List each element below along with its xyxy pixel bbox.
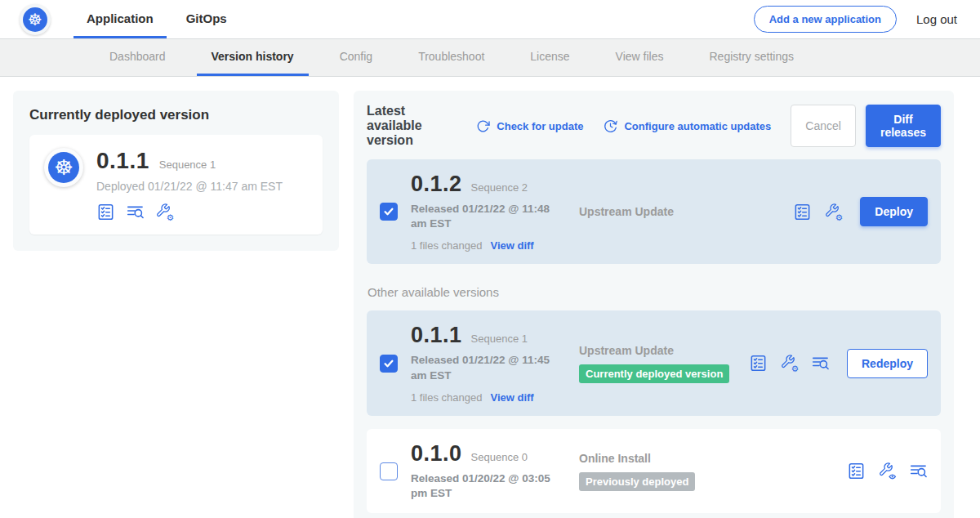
preflight-checks-icon[interactable] [847, 462, 866, 480]
app-subnav: Dashboard Version history Config Trouble… [0, 39, 980, 77]
edit-config-icon[interactable]: ⚙ [780, 354, 799, 373]
currently-deployed-card: ☸ 0.1.1 Sequence 1 Deployed 01/21/22 @ 1… [29, 135, 323, 234]
version-history-panel: Latest available version Check for updat… [354, 91, 954, 518]
sequence-label: Sequence 0 [471, 451, 528, 463]
check-for-update-link[interactable]: Check for update [475, 118, 583, 134]
files-changed-label: 1 files changed [411, 391, 482, 404]
check-for-update-label: Check for update [497, 120, 583, 132]
tab-view-files[interactable]: View files [601, 39, 679, 76]
schedule-update-icon [603, 118, 618, 134]
svg-text:⚙: ⚙ [835, 212, 843, 221]
refresh-icon [475, 118, 491, 134]
version-row-0-1-0: 0.1.0 Sequence 0 Released 01/20/22 @ 03:… [367, 429, 941, 513]
released-timestamp: Released 01/20/22 @ 03:05 pm EST [411, 471, 568, 501]
deployed-sequence-label: Sequence 1 [159, 159, 216, 171]
version-checkbox[interactable] [380, 462, 398, 480]
tab-troubleshoot[interactable]: Troubleshoot [403, 39, 499, 76]
app-logo: ☸ [20, 0, 51, 38]
view-diff-link[interactable]: View diff [490, 239, 533, 252]
preflight-checks-icon[interactable] [749, 354, 768, 373]
topbar: ☸ Application GitOps Add a new applicati… [0, 0, 980, 39]
source-label: Upstream Update [579, 205, 674, 218]
configure-updates-link[interactable]: Configure automatic updates [603, 118, 771, 134]
tab-version-history[interactable]: Version history [197, 39, 309, 76]
released-timestamp: Released 01/21/22 @ 11:45 am EST [411, 353, 568, 382]
currently-deployed-panel: Currently deployed version ☸ 0.1.1 Seque… [13, 91, 339, 251]
edit-config-icon[interactable]: ⚙ [155, 203, 174, 221]
tab-config[interactable]: Config [325, 39, 387, 76]
deployed-timestamp: Deployed 01/21/22 @ 11:47 am EST [96, 180, 283, 193]
latest-available-title: Latest available version [367, 104, 461, 148]
view-config-icon[interactable] [878, 462, 897, 480]
svg-text:⚙: ⚙ [791, 364, 799, 373]
source-label: Upstream Update [579, 344, 674, 357]
redeploy-button[interactable]: Redeploy [847, 349, 928, 378]
version-row-0-1-2: 0.1.2 Sequence 2 Released 01/21/22 @ 11:… [367, 159, 941, 264]
deploy-button[interactable]: Deploy [860, 197, 928, 226]
cancel-button[interactable]: Cancel [791, 105, 856, 147]
version-number: 0.1.1 [411, 323, 462, 348]
other-versions-label: Other available versions [368, 285, 954, 299]
version-number: 0.1.2 [411, 172, 462, 197]
view-diff-link[interactable]: View diff [490, 391, 533, 404]
version-checkbox[interactable] [380, 203, 398, 221]
edit-config-icon[interactable]: ⚙ [824, 203, 843, 221]
version-row-0-1-1: 0.1.1 Sequence 1 Released 01/21/22 @ 11:… [367, 310, 941, 415]
version-number: 0.1.0 [411, 441, 462, 467]
currently-deployed-title: Currently deployed version [29, 107, 323, 123]
tab-registry-settings[interactable]: Registry settings [694, 39, 808, 76]
status-badge-currently-deployed: Currently deployed version [579, 364, 729, 383]
tab-application[interactable]: Application [74, 0, 167, 38]
logout-button[interactable]: Log out [916, 12, 957, 26]
deployed-version-number: 0.1.1 [96, 148, 149, 174]
deploy-logs-icon[interactable] [909, 462, 928, 480]
tab-gitops[interactable]: GitOps [173, 0, 240, 38]
add-application-button[interactable]: Add a new application [754, 6, 897, 33]
status-badge-previously-deployed: Previously deployed [579, 472, 695, 491]
preflight-checks-icon[interactable] [793, 203, 812, 221]
tab-license[interactable]: License [515, 39, 584, 76]
topbar-tabs: Application GitOps [74, 0, 240, 38]
svg-text:⚙: ⚙ [167, 212, 174, 221]
files-changed-label: 1 files changed [411, 239, 482, 252]
preflight-checks-icon[interactable] [96, 203, 115, 221]
sequence-label: Sequence 1 [471, 333, 528, 345]
configure-updates-label: Configure automatic updates [624, 120, 771, 132]
deploy-logs-icon[interactable] [126, 203, 145, 221]
source-label: Online Install [579, 452, 651, 465]
app-icon-badge: ☸ [44, 148, 83, 187]
diff-releases-button[interactable]: Diff releases [866, 105, 941, 147]
kubernetes-logo: ☸ [20, 4, 51, 35]
version-checkbox[interactable] [380, 355, 398, 373]
tab-dashboard[interactable]: Dashboard [95, 39, 180, 76]
released-timestamp: Released 01/21/22 @ 11:48 am EST [411, 202, 568, 231]
kubernetes-helm-icon: ☸ [48, 152, 79, 183]
sequence-label: Sequence 2 [471, 181, 528, 194]
main-content: Currently deployed version ☸ 0.1.1 Seque… [0, 77, 980, 518]
kubernetes-helm-icon: ☸ [23, 7, 47, 32]
deploy-logs-icon[interactable] [811, 354, 830, 373]
